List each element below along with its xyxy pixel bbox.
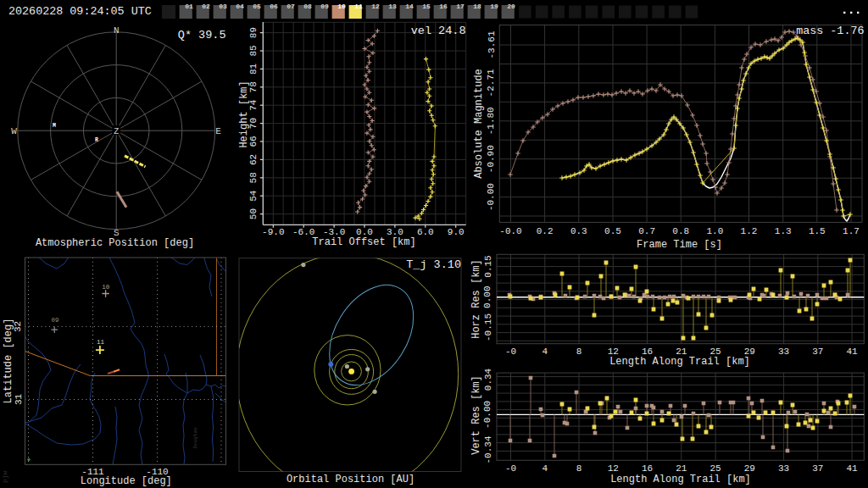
svg-text:09: 09 [320,3,329,10]
svg-text:11: 11 [354,3,363,10]
svg-text:-0.00: -0.00 [483,401,493,429]
svg-text:mass -1.76: mass -1.76 [796,25,864,37]
svg-text:Length Along Trail [km]: Length Along Trail [km] [610,474,751,485]
svg-text:0.2: 0.2 [537,226,554,236]
svg-text:19: 19 [490,3,498,10]
svg-text:-0.0: -0.0 [499,226,521,236]
svg-text:14: 14 [405,3,414,10]
svg-text:Length Along Trail [km]: Length Along Trail [km] [609,356,750,368]
svg-text:01: 01 [185,3,193,10]
svg-text:-1.80: -1.80 [487,107,497,135]
svg-text:09: 09 [51,317,58,324]
svg-text:1.3: 1.3 [775,226,792,236]
svg-text:0.8: 0.8 [672,226,689,236]
svg-text:78: 78 [248,81,259,92]
svg-text:1.5: 1.5 [809,226,826,236]
svg-text:10: 10 [102,284,110,291]
svg-text:02: 02 [202,3,210,10]
svg-text:Absolute Magnitude: Absolute Magnitude [473,69,485,179]
svg-text:-0.90: -0.90 [487,145,497,173]
svg-text:Atmospheric Position [deg]: Atmospheric Position [deg] [36,237,194,249]
svg-text:M: M [53,123,56,129]
svg-text:0.0: 0.0 [356,227,373,237]
svg-text:8: 8 [576,463,582,474]
svg-text:Horz Res [km]: Horz Res [km] [470,259,482,339]
svg-text:Height [km]: Height [km] [238,80,250,147]
svg-text:85: 85 [248,45,259,56]
svg-text:W: W [11,126,17,136]
svg-text:4: 4 [542,347,548,357]
svg-text:81: 81 [248,63,259,75]
svg-text:70: 70 [248,118,259,129]
svg-text:29: 29 [744,463,755,474]
svg-text:41: 41 [846,463,858,474]
svg-text:74: 74 [248,99,259,111]
svg-text:11: 11 [97,339,105,346]
svg-text:-0: -0 [505,347,516,357]
svg-text:12: 12 [371,3,380,10]
svg-text:-3.61: -3.61 [487,30,497,58]
svg-text:Frame Time [s]: Frame Time [s] [637,239,722,251]
svg-text:20: 20 [507,3,515,10]
svg-text:E: E [215,126,221,136]
svg-text:16: 16 [642,463,653,474]
svg-text:0.3: 0.3 [570,226,587,236]
svg-text:33: 33 [778,347,789,357]
svg-text:07: 07 [287,3,295,10]
svg-text:03: 03 [219,3,227,10]
svg-text:1.2: 1.2 [741,226,758,236]
svg-text:13: 13 [388,3,397,10]
svg-text:pjw: pjw [1,470,8,483]
svg-text:06: 06 [270,3,278,10]
svg-text:3.0: 3.0 [387,227,403,237]
svg-text:50: 50 [248,208,259,219]
svg-text:0.15: 0.15 [483,255,493,277]
svg-text:32: 32 [14,321,24,332]
svg-text:-0.15: -0.15 [483,313,493,341]
svg-text:Trail Offset [km]: Trail Offset [km] [312,236,415,248]
svg-text:Orbital Position [AU]: Orbital Position [AU] [287,474,415,485]
svg-text:-0: -0 [505,463,516,474]
svg-text:Vert Res [km]: Vert Res [km] [470,375,482,455]
svg-text:4: 4 [542,463,548,474]
svg-text:18: 18 [473,3,481,10]
svg-text:Z: Z [114,127,119,136]
svg-text:6.0: 6.0 [417,227,434,237]
svg-text:04: 04 [236,3,244,10]
svg-text:-0.34: -0.34 [483,435,493,463]
svg-text:Latitude [deg]: Latitude [deg] [3,319,14,404]
svg-text:25: 25 [709,463,721,474]
svg-text:89: 89 [248,27,259,38]
svg-text:T_j 3.10: T_j 3.10 [406,258,461,271]
svg-text:1.0: 1.0 [706,226,723,236]
svg-text:0.7: 0.7 [638,226,655,236]
svg-text:12: 12 [608,463,619,474]
svg-text:41: 41 [846,347,858,357]
svg-text:-3.0: -3.0 [323,227,345,237]
svg-text:0.34: 0.34 [483,368,493,391]
svg-text:1.7: 1.7 [843,226,860,236]
svg-text:-9.0: -9.0 [262,227,284,237]
svg-text:10: 10 [337,3,346,10]
svg-text:54: 54 [248,190,259,202]
svg-text:0.5: 0.5 [604,226,621,236]
svg-text:17: 17 [456,3,465,10]
svg-text:31: 31 [14,394,24,406]
svg-text:66: 66 [248,136,259,147]
svg-text:9.0: 9.0 [448,227,465,237]
svg-text:58: 58 [248,172,259,183]
svg-text:Longitude [deg]: Longitude [deg] [81,475,172,487]
svg-text:Douglas: Douglas [192,427,198,449]
svg-text:20260228 09:24:05 UTC: 20260228 09:24:05 UTC [8,5,152,18]
svg-text:S: S [114,228,120,238]
svg-text:37: 37 [812,347,823,357]
svg-text:37: 37 [812,463,823,474]
svg-text:08: 08 [303,3,312,10]
svg-text:vel 24.8: vel 24.8 [411,25,466,37]
svg-text:R: R [95,137,98,143]
svg-text:-6.0: -6.0 [292,227,314,237]
svg-text:21: 21 [676,463,687,474]
svg-text:33: 33 [778,463,789,474]
svg-text:-2.71: -2.71 [487,69,497,97]
svg-text:62: 62 [248,154,259,165]
